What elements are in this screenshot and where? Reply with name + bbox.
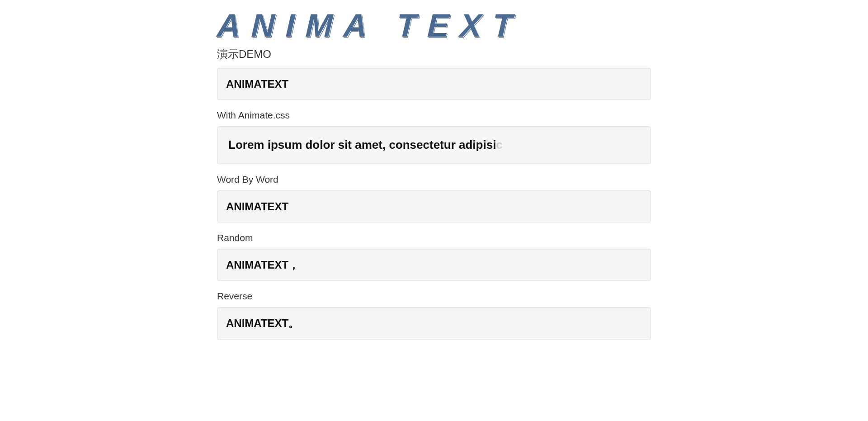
- section-label-wordbyword: Word By Word: [217, 174, 651, 185]
- demo-text-animatecss: Lorem ipsum dolor sit amet, consectetur …: [228, 138, 503, 151]
- page-container: ANIMA TEXT 演示DEMO ANIMATEXT With Animate…: [217, 0, 651, 358]
- demo-text-animatecss-main: Lorem ipsum dolor sit amet, consectetur …: [228, 138, 496, 151]
- demo-text-random: ANIMATEXT，: [226, 259, 299, 271]
- section-label-reverse: Reverse: [217, 291, 651, 302]
- demo-well-animatecss: Lorem ipsum dolor sit amet, consectetur …: [217, 126, 651, 164]
- demo-well-basic: ANIMATEXT: [217, 68, 651, 100]
- demo-text-basic: ANIMATEXT: [226, 78, 288, 90]
- section-label-animatecss: With Animate.css: [217, 110, 651, 121]
- demo-well-random: ANIMATEXT，: [217, 249, 651, 281]
- section-label-random: Random: [217, 232, 651, 243]
- demo-text-wordbyword: ANIMATEXT: [226, 200, 288, 213]
- demo-text-reverse: ANIMATEXT。: [226, 317, 299, 329]
- demo-subtitle: 演示DEMO: [217, 47, 651, 61]
- demo-well-wordbyword: ANIMATEXT: [217, 190, 651, 222]
- demo-well-reverse: ANIMATEXT。: [217, 307, 651, 339]
- demo-text-animatecss-fade: c: [496, 138, 502, 151]
- logo-title: ANIMA TEXT: [217, 9, 652, 42]
